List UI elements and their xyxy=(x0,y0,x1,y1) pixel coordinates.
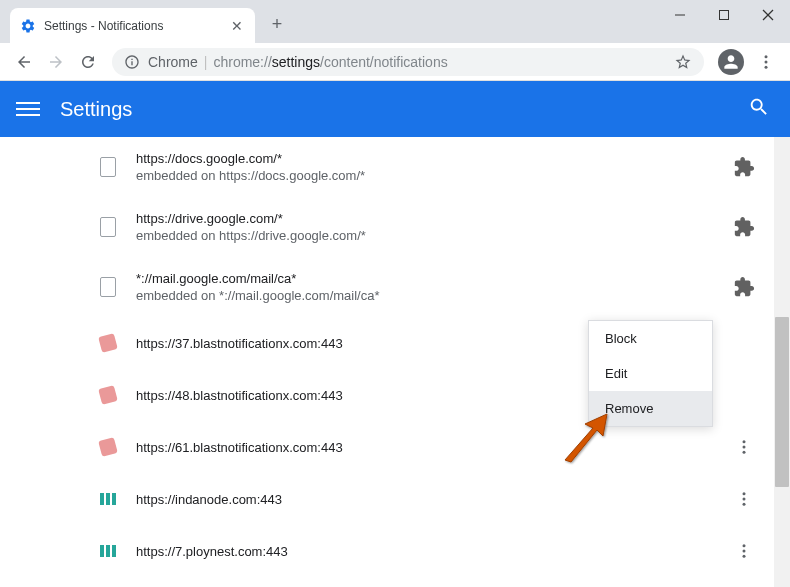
browser-toolbar: Chrome | chrome://settings/content/notif… xyxy=(0,43,790,81)
site-row[interactable]: https://indanode.com:443 xyxy=(98,473,756,525)
site-action-dots[interactable] xyxy=(732,435,756,459)
site-favicon-icon xyxy=(98,217,118,237)
svg-point-13 xyxy=(743,544,746,547)
url-display: Chrome | chrome://settings/content/notif… xyxy=(148,54,448,70)
site-subtitle: embedded on https://docs.google.com/* xyxy=(136,168,732,183)
site-favicon-icon xyxy=(98,541,118,561)
site-action-puzzle xyxy=(732,215,756,239)
page-title: Settings xyxy=(60,98,132,121)
bookmark-star-icon[interactable] xyxy=(674,53,692,71)
svg-point-5 xyxy=(765,60,768,63)
site-info: https://7.ploynest.com:443 xyxy=(136,544,732,559)
site-url: https://61.blastnotificationx.com:443 xyxy=(136,440,732,455)
site-action-hidden xyxy=(732,383,756,407)
scrollbar[interactable] xyxy=(774,137,790,587)
site-url: https://drive.google.com/* xyxy=(136,211,732,226)
minimize-button[interactable] xyxy=(658,0,702,30)
svg-rect-1 xyxy=(720,11,729,20)
svg-point-11 xyxy=(743,498,746,501)
site-info: https://61.blastnotificationx.com:443 xyxy=(136,440,732,455)
site-subtitle: embedded on *://mail.google.com/mail/ca* xyxy=(136,288,732,303)
chrome-menu-button[interactable] xyxy=(750,46,782,78)
forward-button[interactable] xyxy=(40,46,72,78)
svg-point-14 xyxy=(743,550,746,553)
tab-title: Settings - Notifications xyxy=(44,19,229,33)
site-favicon-icon xyxy=(98,437,118,457)
reload-button[interactable] xyxy=(72,46,104,78)
menu-item-edit[interactable]: Edit xyxy=(589,356,712,391)
site-favicon-icon xyxy=(98,333,118,353)
svg-point-10 xyxy=(743,492,746,495)
back-button[interactable] xyxy=(8,46,40,78)
new-tab-button[interactable]: + xyxy=(263,10,291,38)
window-titlebar: Settings - Notifications ✕ + xyxy=(0,0,790,43)
site-info-icon[interactable] xyxy=(124,54,140,70)
site-action-dots[interactable] xyxy=(732,539,756,563)
site-url: https://7.ploynest.com:443 xyxy=(136,544,732,559)
site-action-puzzle xyxy=(732,155,756,179)
site-info: *://mail.google.com/mail/ca* embedded on… xyxy=(136,271,732,303)
site-info: https://indanode.com:443 xyxy=(136,492,732,507)
browser-tab[interactable]: Settings - Notifications ✕ xyxy=(10,8,255,43)
site-favicon-icon xyxy=(98,489,118,509)
site-row[interactable]: https://7.ploynest.com:443 xyxy=(98,525,756,577)
site-favicon-icon xyxy=(98,277,118,297)
site-url: https://indanode.com:443 xyxy=(136,492,732,507)
profile-avatar-button[interactable] xyxy=(718,49,744,75)
site-row[interactable]: https://drive.google.com/* embedded on h… xyxy=(98,197,756,257)
svg-point-9 xyxy=(743,451,746,454)
svg-point-12 xyxy=(743,503,746,506)
svg-point-15 xyxy=(743,555,746,558)
settings-header: Settings xyxy=(0,81,790,137)
window-controls xyxy=(658,0,790,30)
hamburger-menu-icon[interactable] xyxy=(16,97,40,121)
site-row[interactable]: https://docs.google.com/* embedded on ht… xyxy=(98,137,756,197)
site-favicon-icon xyxy=(98,385,118,405)
settings-gear-icon xyxy=(20,18,36,34)
site-favicon-icon xyxy=(98,157,118,177)
maximize-button[interactable] xyxy=(702,0,746,30)
svg-point-8 xyxy=(743,446,746,449)
address-bar[interactable]: Chrome | chrome://settings/content/notif… xyxy=(112,48,704,76)
site-row[interactable]: *://mail.google.com/mail/ca* embedded on… xyxy=(98,257,756,317)
menu-item-block[interactable]: Block xyxy=(589,321,712,356)
site-info: https://docs.google.com/* embedded on ht… xyxy=(136,151,732,183)
tab-close-icon[interactable]: ✕ xyxy=(229,18,245,34)
svg-point-7 xyxy=(743,440,746,443)
search-icon[interactable] xyxy=(748,96,770,122)
scrollbar-thumb[interactable] xyxy=(775,317,789,487)
site-info: https://drive.google.com/* embedded on h… xyxy=(136,211,732,243)
site-action-hidden xyxy=(732,331,756,355)
site-url: https://docs.google.com/* xyxy=(136,151,732,166)
site-url: *://mail.google.com/mail/ca* xyxy=(136,271,732,286)
close-window-button[interactable] xyxy=(746,0,790,30)
site-action-dots[interactable] xyxy=(732,487,756,511)
site-action-puzzle xyxy=(732,275,756,299)
svg-point-4 xyxy=(765,55,768,58)
site-subtitle: embedded on https://drive.google.com/* xyxy=(136,228,732,243)
site-row[interactable]: https://61.blastnotificationx.com:443 xyxy=(98,421,756,473)
annotation-arrow xyxy=(555,410,615,474)
svg-point-6 xyxy=(765,65,768,68)
